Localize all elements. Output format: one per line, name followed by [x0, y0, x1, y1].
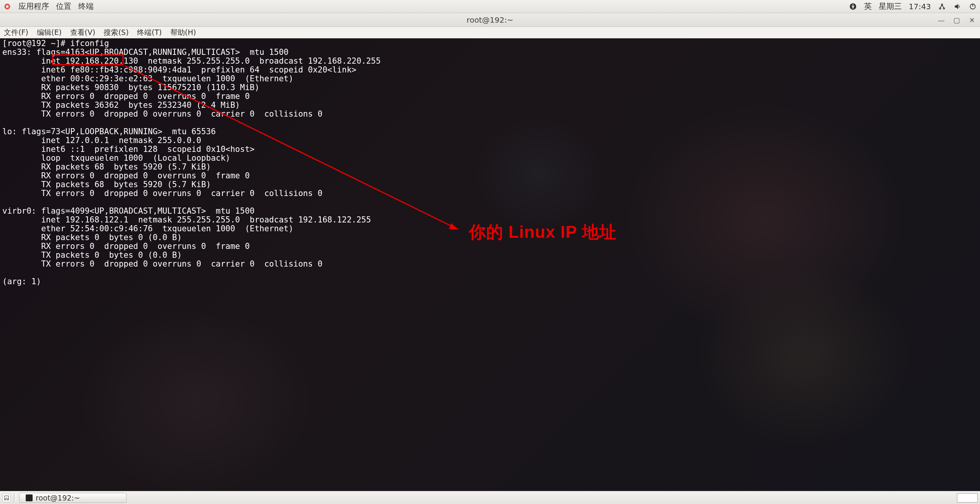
- out-line: TX errors 0 dropped 0 overruns 0 carrier…: [2, 259, 322, 268]
- out-line: RX errors 0 dropped 0 overruns 0 frame 0: [2, 242, 250, 251]
- out-line: inet6 ::1 prefixlen 128 scopeid 0x10<hos…: [2, 145, 254, 154]
- out-line: TX packets 68 bytes 5920 (5.7 KiB): [2, 180, 211, 189]
- terminal-output[interactable]: [root@192 ~]# ifconfig ens33: flags=4163…: [0, 38, 980, 491]
- out-line: (arg: 1): [2, 277, 41, 286]
- out-line: RX packets 0 bytes 0 (0.0 B): [2, 233, 182, 242]
- taskbar-divider: [14, 493, 16, 502]
- out-line: TX errors 0 dropped 0 overruns 0 carrier…: [2, 189, 322, 198]
- out-line: TX errors 0 dropped 0 overruns 0 carrier…: [2, 109, 322, 119]
- menu-view[interactable]: 查看(V): [69, 27, 97, 38]
- window-minimize-button[interactable]: —: [936, 15, 946, 25]
- out-line: RX errors 0 dropped 0 overruns 0 frame 0: [2, 171, 250, 180]
- clock-time[interactable]: 17:43: [909, 2, 931, 11]
- svg-line-8: [942, 5, 944, 8]
- svg-point-1: [6, 5, 9, 8]
- out-line: TX packets 36362 bytes 2532340 (2.4 MiB): [2, 100, 240, 110]
- out-line: RX packets 68 bytes 5920 (5.7 KiB): [2, 162, 211, 171]
- out-line: ether 00:0c:29:3e:e2:63 txqueuelen 1000 …: [2, 74, 294, 83]
- menu-places[interactable]: 位置: [56, 1, 71, 12]
- logo-icon: [3, 2, 12, 11]
- taskbar-item-label: root@192:~: [36, 494, 80, 502]
- volume-icon[interactable]: [953, 2, 962, 11]
- menu-terminal[interactable]: 终端(T): [135, 27, 163, 38]
- out-line: virbr0: flags=4099<UP,BROADCAST,MULTICAS…: [2, 206, 254, 216]
- accessibility-icon[interactable]: [849, 2, 857, 11]
- ime-input-box[interactable]: [957, 493, 978, 502]
- terminal-viewport[interactable]: [root@192 ~]# ifconfig ens33: flags=4163…: [0, 38, 980, 491]
- out-line: TX packets 0 bytes 0 (0.0 B): [2, 250, 182, 260]
- desktop-top-bar: 应用程序 位置 终端 英 星期三 17:43: [0, 0, 980, 13]
- out-line: RX packets 90830 bytes 115675210 (110.3 …: [2, 83, 259, 92]
- out-line: inet 192.168.122.1 netmask 255.255.255.0…: [2, 215, 371, 224]
- taskbar-item-terminal[interactable]: root@192:~: [19, 493, 127, 503]
- command: ifconfig: [70, 39, 109, 48]
- power-icon[interactable]: [968, 2, 977, 11]
- menu-edit[interactable]: 编辑(E): [35, 27, 63, 38]
- svg-line-7: [940, 5, 942, 8]
- show-desktop-button[interactable]: [2, 494, 11, 502]
- annotation-highlight-box: [52, 54, 124, 65]
- svg-point-6: [941, 4, 942, 5]
- out-line: lo: flags=73<UP,LOOPBACK,RUNNING> mtu 65…: [2, 127, 216, 136]
- window-close-button[interactable]: ✕: [967, 15, 977, 25]
- terminal-icon: [26, 494, 33, 501]
- window-titlebar[interactable]: root@192:~ — ▢ ✕: [0, 13, 980, 27]
- out-line: RX errors 0 dropped 0 overruns 0 frame 0: [2, 92, 250, 101]
- ime-indicator[interactable]: 英: [864, 1, 872, 12]
- menu-applications[interactable]: 应用程序: [18, 1, 49, 12]
- svg-point-3: [853, 4, 854, 5]
- menu-file[interactable]: 文件(F): [2, 27, 30, 38]
- menu-terminal[interactable]: 终端: [78, 1, 94, 12]
- out-line: inet6 fe80::fb43:c988:9049:4da1 prefixle…: [2, 65, 356, 74]
- annotation-label: 你的 Linux IP 地址: [469, 221, 617, 244]
- menu-search[interactable]: 搜索(S): [102, 27, 130, 38]
- clock-day[interactable]: 星期三: [879, 1, 902, 12]
- window-maximize-button[interactable]: ▢: [952, 15, 962, 25]
- svg-point-4: [939, 8, 940, 9]
- terminal-window: root@192:~ — ▢ ✕ 文件(F) 编辑(E) 查看(V) 搜索(S)…: [0, 13, 980, 491]
- out-line: ether 52:54:00:c9:46:76 txqueuelen 1000 …: [2, 224, 294, 233]
- svg-point-5: [943, 8, 944, 9]
- menu-help[interactable]: 帮助(H): [169, 27, 198, 38]
- out-line: inet 127.0.0.1 netmask 255.0.0.0: [2, 136, 201, 145]
- network-icon[interactable]: [938, 2, 946, 11]
- out-line: loop txqueuelen 1000 (Local Loopback): [2, 153, 230, 163]
- terminal-menubar: 文件(F) 编辑(E) 查看(V) 搜索(S) 终端(T) 帮助(H): [0, 27, 980, 38]
- desktop-taskbar: root@192:~: [0, 491, 980, 504]
- window-title: root@192:~: [467, 15, 513, 25]
- prompt: [root@192 ~]#: [2, 39, 70, 48]
- out-line: ens33: flags=4163<UP,BROADCAST,RUNNING,M…: [2, 48, 289, 57]
